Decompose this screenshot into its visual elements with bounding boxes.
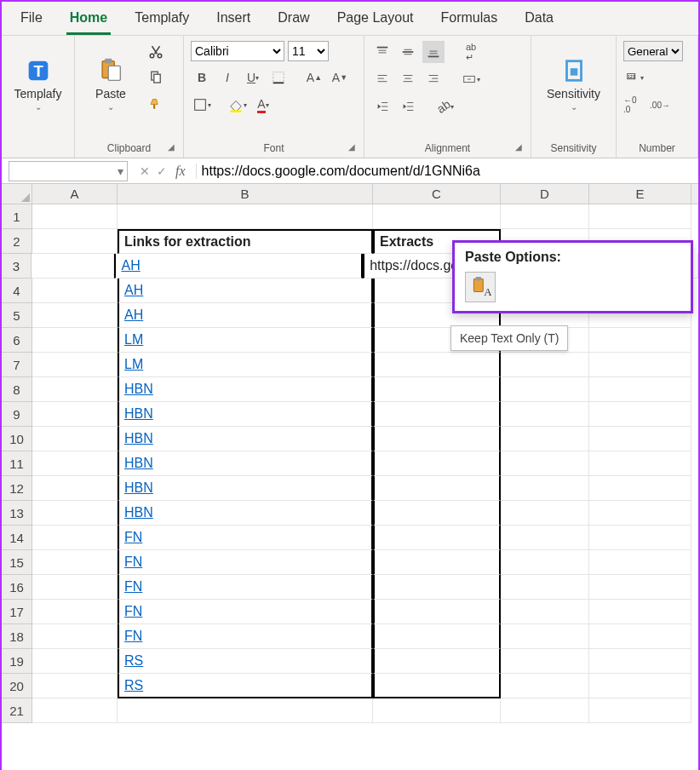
col-header-A[interactable]: A [32, 184, 118, 204]
row-header[interactable]: 2 [2, 229, 32, 254]
sensitivity-button[interactable]: Sensitivity ⌄ [545, 41, 603, 126]
number-format-select[interactable]: General [623, 41, 683, 61]
cell[interactable] [32, 674, 118, 698]
cell[interactable]: Links for extraction [118, 229, 373, 254]
cell[interactable] [501, 649, 589, 674]
cell[interactable]: AH [114, 254, 363, 279]
hyperlink[interactable]: LM [124, 332, 143, 348]
row-header[interactable]: 12 [2, 476, 32, 501]
cell[interactable] [589, 204, 691, 229]
cell[interactable] [32, 550, 118, 575]
hyperlink[interactable]: FN [124, 555, 142, 570]
dialog-launcher-icon[interactable]: ◢ [168, 142, 175, 152]
cell[interactable] [373, 674, 501, 698]
cell[interactable] [589, 377, 691, 402]
align-bottom-button[interactable] [422, 41, 445, 63]
cell[interactable] [501, 501, 589, 526]
cell[interactable] [589, 353, 691, 377]
col-header-C[interactable]: C [373, 184, 501, 204]
cell[interactable]: HBN [118, 377, 373, 402]
align-right-button[interactable] [422, 68, 445, 90]
fx-icon[interactable]: fx [172, 164, 197, 179]
cell[interactable] [32, 229, 118, 254]
cell[interactable] [32, 377, 118, 402]
cell[interactable] [589, 575, 691, 600]
col-header-D[interactable]: D [501, 184, 589, 204]
cell[interactable]: HBN [118, 501, 373, 526]
cell[interactable] [589, 698, 691, 723]
cell[interactable] [373, 649, 501, 674]
cell[interactable] [373, 698, 501, 723]
bold-button[interactable]: B [191, 66, 213, 89]
underline-button[interactable]: U▾ [242, 66, 264, 89]
cell[interactable] [373, 451, 501, 476]
decrease-font-button[interactable]: A▼ [329, 66, 351, 89]
cell[interactable] [501, 698, 589, 723]
row-header[interactable]: 20 [2, 674, 32, 698]
row-header[interactable]: 7 [2, 353, 32, 377]
cell[interactable]: HBN [118, 402, 373, 427]
formula-input[interactable] [197, 164, 698, 179]
cell[interactable] [373, 575, 501, 600]
cell[interactable] [373, 526, 501, 550]
cell[interactable] [32, 476, 118, 501]
cell[interactable]: RS [118, 649, 373, 674]
hyperlink[interactable]: AH [121, 258, 140, 273]
cell[interactable] [373, 600, 501, 624]
col-header-B[interactable]: B [118, 184, 373, 204]
hyperlink[interactable]: FN [124, 530, 142, 545]
cell[interactable] [118, 698, 373, 723]
cell[interactable] [32, 402, 118, 427]
cell[interactable] [32, 353, 118, 377]
cell[interactable] [32, 254, 114, 279]
cell[interactable] [501, 476, 589, 501]
tab-page-layout[interactable]: Page Layout [334, 7, 417, 35]
cell[interactable]: RS [118, 674, 373, 698]
copy-button[interactable] [145, 66, 167, 89]
cell[interactable] [32, 451, 118, 476]
cell[interactable] [373, 550, 501, 575]
cell[interactable] [589, 402, 691, 427]
cell[interactable] [589, 550, 691, 575]
cell[interactable] [32, 575, 118, 600]
cell[interactable]: LM [118, 353, 373, 377]
cell[interactable] [32, 279, 118, 303]
hyperlink[interactable]: LM [124, 357, 143, 372]
cell[interactable]: AH [118, 279, 373, 303]
hyperlink[interactable]: HBN [124, 406, 153, 422]
increase-font-button[interactable]: A▲ [303, 66, 325, 89]
cell[interactable] [501, 674, 589, 698]
cell[interactable]: FN [118, 575, 373, 600]
wrap-text-button[interactable]: ab↵ [460, 41, 482, 63]
worksheet-grid[interactable]: A B C D E 12Links for extractionExtracts… [2, 184, 698, 770]
cell[interactable] [373, 402, 501, 427]
hyperlink[interactable]: RS [124, 653, 143, 669]
row-header[interactable]: 14 [2, 526, 32, 550]
cell[interactable] [32, 624, 118, 649]
hyperlink[interactable]: HBN [124, 505, 153, 520]
cell[interactable] [589, 600, 691, 624]
row-header[interactable]: 15 [2, 550, 32, 575]
cell[interactable]: FN [118, 550, 373, 575]
hyperlink[interactable]: HBN [124, 431, 153, 446]
tab-data[interactable]: Data [521, 7, 557, 35]
row-header[interactable]: 4 [2, 279, 32, 303]
accounting-format-button[interactable]: 123▾ [623, 66, 645, 89]
cell[interactable] [373, 624, 501, 649]
row-header[interactable]: 6 [2, 328, 32, 353]
cancel-formula-button[interactable]: ✕ [140, 164, 150, 178]
format-painter-button[interactable] [145, 92, 167, 114]
align-middle-button[interactable] [397, 41, 419, 63]
cell[interactable]: FN [118, 526, 373, 550]
hyperlink[interactable]: HBN [124, 456, 153, 471]
cell[interactable] [589, 451, 691, 476]
row-header[interactable]: 21 [2, 698, 32, 723]
cell[interactable] [501, 526, 589, 550]
cut-button[interactable] [145, 41, 167, 63]
bottom-border-button[interactable] [267, 66, 290, 89]
row-header[interactable]: 17 [2, 600, 32, 624]
cell[interactable] [501, 427, 589, 451]
cell[interactable] [501, 204, 589, 229]
increase-decimal-button[interactable]: ←0 .0 [623, 94, 645, 116]
hyperlink[interactable]: FN [124, 604, 142, 619]
